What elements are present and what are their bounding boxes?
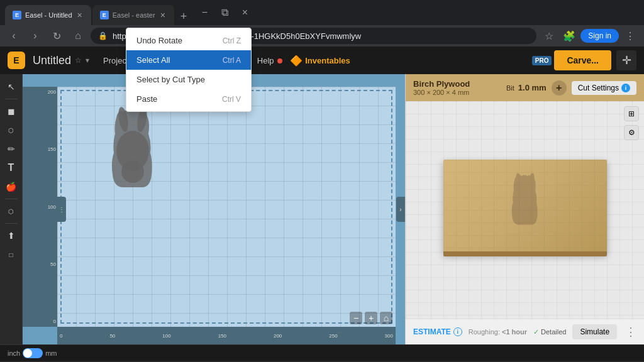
- shape-tool-2[interactable]: ⬡: [3, 121, 20, 139]
- estimate-detailed: ✓ Detailed: [533, 328, 566, 336]
- browser-actions: ☆ 🧩 Sign in ⋮: [540, 27, 639, 45]
- menu-select-cut-type[interactable]: Select by Cut Type: [126, 70, 251, 89]
- app-header: E Untitled ☆ ▾ Project Edit Machine Tool…: [0, 47, 644, 74]
- restore-button[interactable]: ⧉: [216, 4, 233, 21]
- preview-board-grid: [443, 160, 607, 254]
- browser-controls: − ⧉ ×: [196, 4, 253, 21]
- y-label-200: 200: [48, 89, 56, 95]
- back-button[interactable]: ‹: [5, 27, 23, 45]
- apple-icon[interactable]: 🍎: [3, 178, 20, 195]
- select-tool[interactable]: ↖: [3, 78, 20, 96]
- estimate-roughing: Roughing: <1 hour: [469, 328, 527, 336]
- menu-select-cut-type-label: Select by Cut Type: [136, 75, 205, 84]
- tab-easel-easter[interactable]: E Easel - easter ×: [92, 5, 174, 25]
- right-panel: Birch Plywood 300 × 200 × 4 mm Bit 1.0 m…: [405, 74, 644, 344]
- text-tool[interactable]: T: [3, 159, 20, 177]
- star-icon[interactable]: ☆: [75, 56, 82, 65]
- preview-scene: [437, 153, 613, 266]
- material-dims: 300 × 200 × 4 mm: [413, 89, 501, 96]
- browser-chrome: E Easel - Untitled × E Easel - easter × …: [0, 0, 644, 25]
- estimate-info-icon: i: [453, 327, 462, 336]
- zoom-out-button[interactable]: −: [350, 312, 362, 324]
- x-label-150: 150: [218, 333, 226, 339]
- bunny-design[interactable]: [101, 106, 164, 194]
- canvas-area[interactable]: 200 150 100 50 0 0 50 100 150 200 250 30…: [23, 74, 405, 344]
- collapse-icon: ›: [399, 206, 401, 213]
- main-content: ↖ ◼ ⬡ ✏ T 🍎 ⬡ ⬆ □: [0, 74, 644, 344]
- canvas-grid-bg: [57, 87, 396, 327]
- x-label-100: 100: [162, 333, 170, 339]
- tab-favicon-1: E: [13, 11, 21, 19]
- menu-undo-rotate[interactable]: Undo Rotate Ctrl Z: [126, 31, 251, 50]
- menu-icon[interactable]: ⋮: [621, 27, 639, 45]
- carve-button[interactable]: Carve...: [554, 50, 611, 70]
- app-logo: E: [8, 52, 25, 69]
- extensions-icon[interactable]: 🧩: [560, 27, 578, 45]
- project-title-text: Untitled: [33, 54, 71, 67]
- x-label-300: 300: [385, 333, 393, 339]
- toolbar-separator-3: [5, 223, 18, 224]
- 3d-tool[interactable]: ⬡: [3, 202, 20, 220]
- material-info: Birch Plywood 300 × 200 × 4 mm: [413, 79, 501, 96]
- pro-badge: PRO: [532, 56, 552, 65]
- settings-button[interactable]: ⚙: [624, 125, 639, 140]
- shape-tool[interactable]: ◼: [3, 102, 20, 120]
- home-button[interactable]: ⌂: [69, 27, 87, 45]
- unit-inch-label: inch: [8, 349, 20, 357]
- menu-undo-rotate-shortcut: Ctrl Z: [223, 36, 241, 45]
- left-toolbar: ↖ ◼ ⬡ ✏ T 🍎 ⬡ ⬆ □: [0, 74, 23, 344]
- zoom-in-button[interactable]: +: [365, 312, 377, 324]
- menu-undo-rotate-label: Undo Rotate: [136, 36, 182, 45]
- gem-icon: 🔶: [290, 55, 303, 67]
- import-tool[interactable]: ⬆: [3, 227, 20, 244]
- tab-easel-untitled[interactable]: E Easel - Untitled ×: [5, 5, 91, 25]
- minimize-button[interactable]: −: [196, 4, 213, 21]
- menu-select-all[interactable]: Select All Ctrl A: [126, 50, 251, 70]
- add-material-button[interactable]: +: [552, 80, 567, 96]
- x-label-200: 200: [274, 333, 282, 339]
- cut-settings-button[interactable]: Cut Settings i: [572, 81, 636, 95]
- simulate-button[interactable]: Simulate: [572, 324, 617, 339]
- material-header: Birch Plywood 300 × 200 × 4 mm Bit 1.0 m…: [406, 74, 644, 101]
- close-button[interactable]: ×: [236, 4, 253, 21]
- new-tab-button[interactable]: +: [175, 8, 192, 25]
- unit-toggle-thumb: [23, 349, 32, 358]
- carve-button-group: PRO Carve...: [532, 50, 611, 70]
- right-collapse-handle[interactable]: ›: [396, 197, 405, 222]
- refresh-button[interactable]: ↻: [48, 27, 65, 45]
- fit-view-button[interactable]: ⌂: [380, 312, 392, 324]
- y-label-50: 50: [50, 261, 56, 267]
- pen-tool[interactable]: ✏: [3, 140, 20, 158]
- toolbar-separator-2: [5, 199, 18, 199]
- forward-button[interactable]: ›: [26, 27, 44, 45]
- app: E Untitled ☆ ▾ Project Edit Machine Tool…: [0, 47, 644, 361]
- more-options-button[interactable]: ⋮: [625, 325, 636, 339]
- tab-close-1[interactable]: ×: [76, 9, 84, 21]
- x-label-250: 250: [329, 333, 337, 339]
- y-label-0: 0: [53, 319, 56, 324]
- sign-in-button[interactable]: Sign in: [580, 29, 619, 43]
- left-collapse-handle[interactable]: ⋮: [57, 197, 66, 222]
- chevron-down-icon[interactable]: ▾: [86, 56, 89, 65]
- extra-tool[interactable]: □: [3, 246, 20, 263]
- preview-side-actions: ⊞ ⚙: [624, 106, 639, 140]
- project-title-group: Untitled ☆ ▾: [33, 54, 89, 67]
- unit-toggle-track[interactable]: [23, 348, 43, 358]
- material-name: Birch Plywood: [413, 79, 501, 89]
- svg-point-1: [121, 160, 144, 183]
- menu-paste[interactable]: Paste Ctrl V: [126, 89, 251, 109]
- cut-settings-info-dot: i: [621, 84, 630, 92]
- bookmark-icon[interactable]: ☆: [540, 27, 558, 45]
- cursor-tool-icon[interactable]: ✛: [616, 50, 636, 70]
- grid-view-button[interactable]: ⊞: [624, 106, 639, 121]
- bit-info: Bit 1.0 mm: [506, 83, 547, 92]
- x-label-50: 50: [109, 333, 115, 339]
- menu-paste-shortcut: Ctrl V: [222, 95, 241, 104]
- left-collapse-icon: ⋮: [58, 206, 65, 213]
- inventables-logo: 🔶 Inventables: [290, 55, 350, 67]
- checkmark-icon: ✓: [533, 328, 539, 336]
- bit-label: Bit: [506, 84, 514, 92]
- nav-help[interactable]: Help: [251, 52, 289, 69]
- tab-close-2[interactable]: ×: [159, 9, 167, 21]
- preview-area: ⊞ ⚙: [406, 101, 644, 319]
